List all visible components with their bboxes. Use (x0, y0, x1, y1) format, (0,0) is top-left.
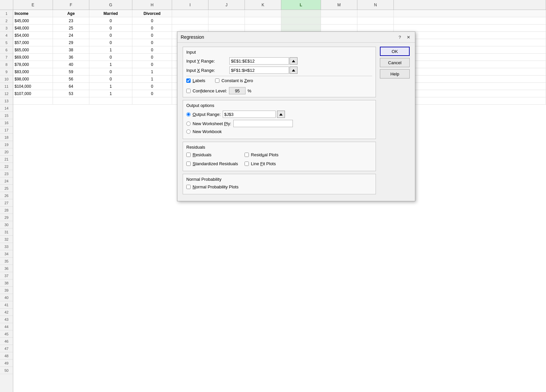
input-section: Input Input Y Range: Input X Range: (183, 47, 376, 97)
x-range-label: Input X Range: (186, 68, 229, 73)
col-header-k[interactable]: K (245, 0, 281, 10)
output-range-collapse-btn[interactable] (277, 111, 285, 118)
normal-prob-check-row: Normal Probability Plots (186, 184, 372, 189)
output-range-radio[interactable] (186, 112, 191, 117)
cell-j1 (208, 10, 245, 17)
normal-prob-section: Normal Probability Normal Probability Pl… (183, 174, 376, 194)
row-num-col: 1 2 3 4 5 6 7 8 9 10 11 12 13 14 15 16 1… (0, 10, 13, 392)
new-workbook-radio[interactable] (186, 129, 191, 134)
col-header-e[interactable]: E (13, 0, 53, 10)
col-header-h[interactable]: H (132, 0, 172, 10)
col-header-i[interactable]: I (172, 0, 208, 10)
dialog-title: Regression (181, 34, 204, 40)
output-collapse-arrow-icon (279, 113, 283, 116)
new-worksheet-radio-label: New Worksheet Ply: (193, 121, 231, 126)
input-section-label: Input (186, 50, 372, 55)
residual-plots-check-row: Residual Plots (245, 152, 278, 157)
dialog-help-icon-btn[interactable]: ? (396, 34, 403, 40)
col-header-m[interactable]: M (321, 0, 357, 10)
line-fit-label: Line Fit Plots (251, 161, 276, 166)
col-header-g[interactable]: G (89, 0, 132, 10)
residuals-checkbox[interactable] (186, 153, 191, 157)
line-fit-checkbox[interactable] (245, 162, 249, 166)
residual-plots-label: Residual Plots (251, 152, 278, 157)
col-header-l[interactable]: L (281, 0, 321, 10)
collapse-arrow-icon-2 (292, 69, 295, 72)
standardized-label: Standardized Residuals (193, 161, 238, 166)
new-worksheet-input[interactable] (233, 120, 293, 127)
residuals-left: Residuals Standardized Residuals (186, 152, 238, 168)
standardized-check-row: Standardized Residuals (186, 161, 238, 166)
constant-zero-label: Constant is Zero (221, 78, 253, 83)
cell-rest1 (394, 10, 546, 17)
collapse-arrow-icon (292, 60, 295, 62)
normal-prob-label: Normal Probability Plots (193, 184, 239, 189)
dialog-buttons: OK Cancel Help (380, 47, 410, 197)
labels-check-row: Labels (186, 78, 205, 83)
x-range-input[interactable] (229, 67, 289, 74)
standardized-checkbox[interactable] (186, 162, 191, 166)
residuals-right: Residual Plots Line Fit Plots (245, 152, 278, 168)
dialog-body: Input Input Y Range: Input X Range: (177, 43, 415, 201)
residuals-label: Residuals (193, 152, 211, 157)
residuals-check-group: Residuals Standardized Residuals Residua… (186, 152, 372, 168)
col-header-j[interactable]: J (208, 0, 245, 10)
output-section-label: Output options (186, 103, 372, 108)
check-pair-1: Labels Constant is Zero (186, 78, 372, 85)
confidence-level-label: Confidence Level: (193, 88, 227, 93)
normal-prob-checkbox[interactable] (186, 185, 191, 189)
y-range-label: Input Y Range: (186, 59, 229, 64)
y-range-input[interactable] (229, 57, 289, 65)
y-range-collapse-btn[interactable] (290, 57, 297, 65)
cell-e2: $45,000 (13, 17, 53, 24)
dialog-titlebar: Regression ? ✕ (177, 32, 415, 43)
table-row: $45,000 23 0 0 (13, 17, 546, 24)
cell-k1 (245, 10, 281, 17)
new-worksheet-radio-row: New Worksheet Ply: (186, 120, 372, 127)
output-range-wrap (223, 111, 285, 118)
constant-zero-check-row: Constant is Zero (215, 78, 253, 83)
output-range-radio-row: Output Range: (186, 111, 372, 118)
cell-h2: 0 (132, 17, 172, 24)
corner-cell (0, 0, 13, 10)
output-section: Output options Output Range: (183, 100, 376, 139)
col-header-n[interactable]: N (357, 0, 394, 10)
new-workbook-radio-row: New Workbook (186, 129, 372, 134)
output-range-input[interactable] (223, 111, 276, 118)
header-married: Married (89, 10, 132, 17)
cell-i1 (172, 10, 208, 17)
normal-prob-section-label: Normal Probability (186, 177, 372, 182)
table-row: Income Age Married Divorced (13, 10, 546, 17)
col-header-row: E F G H I J K L M N (13, 0, 546, 10)
cell-n1 (357, 10, 394, 17)
constant-zero-checkbox[interactable] (215, 78, 219, 83)
divider-1 (186, 76, 372, 76)
labels-checkbox[interactable] (186, 78, 191, 83)
residuals-section-label: Residuals (186, 145, 372, 150)
header-divorced: Divorced (132, 10, 172, 17)
x-range-row: Input X Range: (186, 67, 372, 74)
cell-f2: 23 (53, 17, 89, 24)
header-age: Age (53, 10, 89, 17)
new-worksheet-radio[interactable] (186, 122, 191, 126)
col-header-rest (394, 0, 546, 10)
confidence-level-checkbox[interactable] (186, 89, 191, 93)
cell-l1 (281, 10, 321, 17)
cell-m1 (321, 10, 357, 17)
help-button[interactable]: Help (380, 69, 410, 78)
cell-g2: 0 (89, 17, 132, 24)
header-income: Income (13, 10, 53, 17)
cancel-button[interactable]: Cancel (380, 58, 410, 67)
col-header-f[interactable]: F (53, 0, 89, 10)
confidence-pct-label: % (248, 88, 251, 93)
residual-plots-checkbox[interactable] (245, 153, 249, 157)
dialog-close-btn[interactable]: ✕ (405, 34, 412, 40)
line-fit-check-row: Line Fit Plots (245, 161, 278, 166)
ok-button[interactable]: OK (380, 47, 410, 56)
labels-label: Labels (193, 78, 205, 83)
x-range-collapse-btn[interactable] (290, 67, 297, 74)
confidence-level-input[interactable] (229, 87, 246, 94)
dialog-controls: ? ✕ (396, 34, 412, 40)
confidence-row: Confidence Level: % (186, 87, 372, 94)
dialog-main: Input Input Y Range: Input X Range: (183, 47, 376, 197)
